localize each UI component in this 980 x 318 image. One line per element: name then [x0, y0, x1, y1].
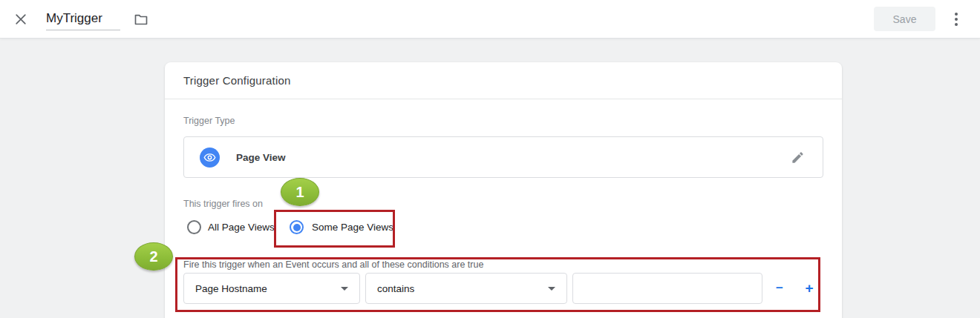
- edit-pencil-icon[interactable]: [791, 150, 805, 165]
- save-button[interactable]: Save: [874, 7, 935, 31]
- radio-all-label: All Page Views: [208, 222, 275, 233]
- add-condition-button[interactable]: +: [800, 273, 819, 304]
- radio-all-page-views[interactable]: All Page Views: [187, 220, 275, 234]
- eye-icon: [200, 148, 220, 168]
- condition-value-input[interactable]: [572, 273, 762, 304]
- chevron-down-icon: [548, 287, 555, 291]
- trigger-name-text: MyTrigger: [46, 11, 102, 26]
- remove-condition-button[interactable]: −: [770, 273, 789, 304]
- operator-dropdown-value: contains: [377, 283, 414, 294]
- radio-some-page-views[interactable]: Some Page Views: [290, 220, 393, 234]
- folder-icon[interactable]: [134, 12, 148, 27]
- radio-some-label: Some Page Views: [312, 222, 393, 233]
- variable-dropdown-value: Page Hostname: [195, 283, 267, 294]
- trigger-configuration-card: Trigger Configuration Trigger Type Page …: [165, 62, 842, 318]
- variable-dropdown[interactable]: Page Hostname: [183, 273, 360, 304]
- trigger-name-input[interactable]: MyTrigger: [46, 7, 120, 30]
- close-icon[interactable]: [13, 12, 28, 27]
- condition-row: Page Hostname contains − +: [183, 273, 837, 305]
- step-badge-2-number: 2: [149, 248, 157, 265]
- conditions-caption: Fire this trigger when an Event occurs a…: [183, 259, 483, 270]
- trigger-type-selector[interactable]: Page View: [183, 136, 823, 178]
- trigger-type-value: Page View: [236, 152, 286, 163]
- fires-on-label: This trigger fires on: [183, 199, 263, 209]
- trigger-type-label: Trigger Type: [183, 116, 235, 126]
- radio-selected-icon: [290, 220, 304, 234]
- operator-dropdown[interactable]: contains: [365, 273, 567, 304]
- radio-unselected-icon: [187, 220, 201, 234]
- card-title: Trigger Configuration: [165, 62, 842, 99]
- top-app-bar: MyTrigger Save: [0, 0, 980, 39]
- chevron-down-icon: [341, 287, 348, 291]
- more-options-icon[interactable]: [950, 9, 963, 30]
